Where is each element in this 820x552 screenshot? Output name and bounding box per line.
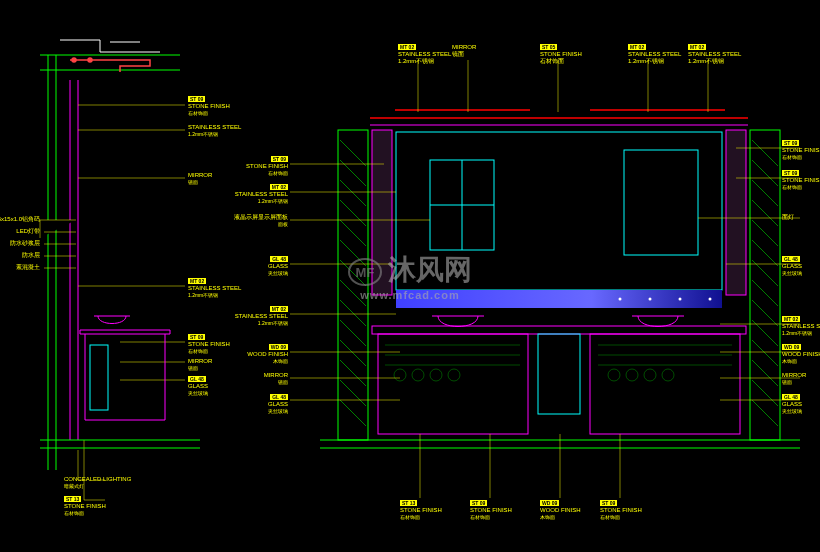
top-tag-3: MT 02STAINLESS STEEL 1.2mm不锈钢 (628, 44, 681, 66)
svg-line-45 (340, 340, 366, 366)
svg-rect-19 (590, 334, 740, 434)
rr-4: MT 02STAINLESS STEEL1.2mm不锈钢 (782, 316, 820, 338)
tag-st09: ST 09STONE FINISH石材饰面 (188, 96, 230, 118)
svg-line-57 (752, 300, 778, 326)
rl-0: ST 09STONE FINISH石材饰面 (230, 156, 288, 178)
tag-conc: CONCEALED LIGHTING暗藏式灯 (64, 476, 131, 490)
svg-line-52 (752, 200, 778, 226)
rl-4: MT 02STAINLESS STEEL1.2mm不锈钢 (230, 306, 288, 328)
svg-line-62 (752, 400, 778, 426)
svg-rect-5 (372, 130, 392, 295)
svg-rect-7 (396, 132, 722, 290)
rl-3: GL 48GLASS夹丝玻璃 (230, 256, 288, 278)
svg-line-44 (340, 320, 366, 346)
svg-line-46 (340, 360, 366, 386)
tag-st09b: ST 09STONE FINISH石材饰面 (188, 334, 230, 356)
tag-st13: ST 13STONE FINISH石材饰面 (64, 496, 106, 518)
note-2: 防水砂浆层 (0, 240, 40, 247)
cad-drawing-canvas: 沐风网 www.mfcad.com (0, 0, 820, 552)
tag-mt02: STAINLESS STEEL1.2mm不锈钢 (188, 124, 241, 138)
tag-mirror: MIRROR镜面 (188, 172, 212, 186)
svg-line-60 (752, 360, 778, 386)
tag-gl48: GL 48GLASS夹丝玻璃 (188, 376, 208, 398)
rb-1: ST 09STONE FINISH石材饰面 (470, 500, 512, 522)
note-3: 防水层 (0, 252, 40, 259)
tag-mt02b: MT 02STAINLESS STEEL1.2mm不锈钢 (188, 278, 241, 300)
svg-line-59 (752, 340, 778, 366)
rr-6: MIRROR镜面 (782, 372, 806, 386)
svg-line-54 (752, 240, 778, 266)
svg-rect-9 (624, 150, 698, 255)
top-tag-4: MT 02STAINLESS STEEL 1.2mm不锈钢 (688, 44, 741, 66)
svg-point-13 (619, 298, 622, 301)
svg-rect-6 (726, 130, 746, 295)
svg-line-38 (340, 200, 366, 226)
svg-line-47 (340, 380, 366, 406)
top-tag-0: MT 02STAINLESS STEEL 1.2mm不锈钢 (398, 44, 451, 66)
svg-point-24 (394, 369, 406, 381)
svg-line-35 (340, 140, 366, 166)
svg-point-26 (430, 369, 442, 381)
rr-2: 面灯 (782, 214, 794, 221)
top-tag-2: ST 05STONE FINISH 石材饰面 (540, 44, 582, 66)
svg-point-31 (608, 369, 620, 381)
rr-3: GL 48GLASS夹丝玻璃 (782, 256, 802, 278)
svg-rect-18 (378, 334, 528, 434)
svg-line-50 (752, 160, 778, 186)
svg-point-1 (88, 58, 92, 62)
svg-line-48 (340, 400, 366, 426)
svg-line-40 (340, 240, 366, 266)
svg-rect-20 (538, 334, 580, 414)
rl-2: 液晶示屏显示屏面板面板 (218, 214, 288, 228)
svg-line-51 (752, 180, 778, 206)
rr-7: GL 48GLASS夹丝玻璃 (782, 394, 802, 416)
svg-rect-2 (90, 345, 108, 410)
rb-2: WD 09WOOD FINISH木饰面 (540, 500, 581, 522)
leader-lines (0, 0, 820, 552)
rl-6: MIRROR镜面 (230, 372, 288, 386)
svg-point-25 (412, 369, 424, 381)
top-tag-1: MIRROR 镜面 (452, 44, 476, 58)
svg-line-43 (340, 300, 366, 326)
svg-line-61 (752, 380, 778, 406)
note-1: LED灯带 (0, 228, 40, 235)
svg-point-34 (662, 369, 674, 381)
svg-point-16 (709, 298, 712, 301)
svg-point-27 (448, 369, 460, 381)
svg-rect-17 (372, 326, 746, 334)
svg-line-39 (340, 220, 366, 246)
tag-mirror2: MIRROR镜面 (188, 358, 212, 372)
svg-line-53 (752, 220, 778, 246)
svg-rect-4 (750, 130, 780, 440)
rl-7: GL 48GLASS夹丝玻璃 (230, 394, 288, 416)
rl-5: WD 09WOOD FINISH木饰面 (230, 344, 288, 366)
svg-line-56 (752, 280, 778, 306)
rr-1: ST 09STONE FINISH石材饰面 (782, 170, 820, 192)
note-4: 素混凝土 (0, 264, 40, 271)
rr-5: WD 09WOOD FINISH木饰面 (782, 344, 820, 366)
rr-0: ST 09STONE FINISH石材饰面 (782, 140, 820, 162)
note-0: 15x15x1.0铝角码 (0, 216, 40, 223)
rb-0: ST 13STONE FINISH石材饰面 (400, 500, 442, 522)
svg-line-42 (340, 280, 366, 306)
svg-line-49 (752, 140, 778, 166)
svg-point-33 (644, 369, 656, 381)
svg-line-37 (340, 180, 366, 206)
svg-point-14 (649, 298, 652, 301)
svg-point-0 (72, 58, 76, 62)
rb-3: ST 09STONE FINISH石材饰面 (600, 500, 642, 522)
rl-1: MT 02STAINLESS STEEL1.2mm不锈钢 (230, 184, 288, 206)
svg-point-32 (626, 369, 638, 381)
svg-rect-12 (396, 290, 722, 308)
svg-point-15 (679, 298, 682, 301)
svg-rect-3 (338, 130, 368, 440)
